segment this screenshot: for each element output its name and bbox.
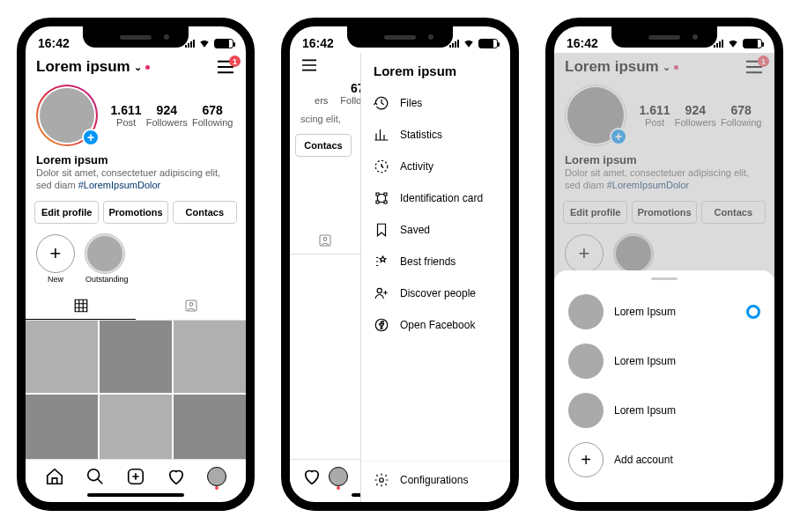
new-post-icon[interactable] xyxy=(126,467,145,486)
add-account-item[interactable]: + Add account xyxy=(554,435,774,484)
bookmark-icon xyxy=(374,222,389,238)
nav-profile-avatar[interactable] xyxy=(329,467,348,486)
highlight-new[interactable]: + New xyxy=(36,234,75,284)
home-indicator[interactable] xyxy=(87,493,184,497)
phone-profile: 16:42 Lorem ipsum ⌄ 1 + xyxy=(17,18,255,511)
account-avatar xyxy=(568,393,604,428)
contacts-button[interactable]: Contacs xyxy=(173,201,237,224)
post-thumbnail[interactable] xyxy=(100,321,172,393)
history-icon xyxy=(374,95,389,111)
drawer-item-activity[interactable]: Activity xyxy=(361,151,510,182)
highlight-outstanding[interactable]: Outstanding xyxy=(85,234,129,284)
followers-label-partial: ers xyxy=(311,95,331,106)
promotions-button[interactable]: Promotions xyxy=(103,201,167,224)
drawer-label: Saved xyxy=(400,224,430,236)
home-icon[interactable] xyxy=(45,467,64,486)
drawer-title: Lorem ipsum xyxy=(361,53,510,87)
bio-text: Dolor sit amet, consectetuer adipiscing … xyxy=(36,166,235,192)
add-story-badge[interactable]: + xyxy=(82,129,100,146)
facebook-icon xyxy=(374,317,389,333)
tagged-icon xyxy=(317,233,333,248)
battery-icon xyxy=(214,39,233,48)
menu-icon[interactable] xyxy=(300,58,318,72)
stat-following[interactable]: 678 Following xyxy=(192,103,233,128)
search-icon[interactable] xyxy=(85,467,105,486)
status-time: 16:42 xyxy=(38,36,70,50)
tagged-icon xyxy=(183,298,199,314)
grid-icon xyxy=(73,298,89,314)
account-name: Lorem Ipsum xyxy=(614,404,760,417)
idcard-icon xyxy=(374,190,389,206)
svg-point-7 xyxy=(377,288,381,292)
drawer-item-facebook[interactable]: Open Facebook xyxy=(361,309,510,341)
drawer-label: Activity xyxy=(400,160,433,173)
notification-dot xyxy=(337,486,340,490)
menu-button[interactable]: 1 xyxy=(216,59,235,75)
contacts-button[interactable]: Contacs xyxy=(295,134,352,157)
followers-label: Followers xyxy=(146,117,188,128)
post-thumbnail[interactable] xyxy=(100,395,172,467)
plus-icon: + xyxy=(568,442,604,477)
following-label: Following xyxy=(192,117,233,128)
drawer-label: Statistics xyxy=(400,129,442,141)
wifi-icon xyxy=(727,37,739,49)
account-item[interactable]: Lorem Ipsum xyxy=(554,287,774,336)
tab-tagged[interactable] xyxy=(136,292,246,320)
tab-tagged[interactable] xyxy=(290,227,360,254)
plus-icon: + xyxy=(36,234,75,273)
heart-icon[interactable] xyxy=(302,467,322,486)
wifi-icon xyxy=(463,37,475,49)
posts-count: 1.611 xyxy=(111,103,142,117)
account-item[interactable]: Lorem Ipsum xyxy=(554,336,774,386)
stat-posts[interactable]: 1.611 Post xyxy=(111,103,142,128)
svg-point-2 xyxy=(88,469,100,481)
stat-followers-partial: 924 ers xyxy=(311,81,331,106)
account-avatar xyxy=(568,294,604,329)
username-dropdown[interactable]: Lorem ipsum ⌄ xyxy=(36,58,150,76)
svg-point-9 xyxy=(380,478,384,483)
post-thumbnail[interactable] xyxy=(174,321,246,393)
drawer-item-idcard[interactable]: Identification card xyxy=(361,182,510,214)
gear-icon xyxy=(374,472,389,488)
status-time: 16:42 xyxy=(567,36,598,50)
username-label: Lorem ipsum xyxy=(36,58,130,76)
profile-avatar[interactable]: + xyxy=(36,85,98,146)
account-name: Lorem Ipsum xyxy=(614,355,760,367)
profile-header: Lorem ipsum ⌄ 1 xyxy=(26,53,246,79)
post-thumbnail[interactable] xyxy=(26,395,98,467)
drawer-label: Files xyxy=(400,97,422,109)
phone-notch xyxy=(83,26,189,48)
tab-grid[interactable] xyxy=(26,292,136,320)
posts-label: Post xyxy=(111,117,142,128)
stat-followers[interactable]: 924 Followers xyxy=(146,103,188,128)
drawer-label: Configurations xyxy=(400,474,468,486)
drawer-item-bestfriends[interactable]: Best friends xyxy=(361,246,510,277)
bottom-nav xyxy=(26,459,246,493)
account-item[interactable]: Lorem Ipsum xyxy=(554,386,774,435)
drawer-item-configurations[interactable]: Configurations xyxy=(361,461,510,502)
drawer-item-statistics[interactable]: Statistics xyxy=(361,119,510,151)
following-count: 678 xyxy=(192,103,233,117)
activity-icon xyxy=(374,159,389,174)
drawer-item-discover[interactable]: Discover people xyxy=(361,277,510,309)
heart-icon[interactable] xyxy=(167,467,186,486)
stat-following[interactable]: 678 Following xyxy=(340,81,360,106)
post-thumbnail[interactable] xyxy=(174,395,246,467)
post-thumbnail[interactable] xyxy=(26,321,98,393)
followers-count: 924 xyxy=(146,103,188,117)
battery-icon xyxy=(478,39,498,48)
stats-icon xyxy=(374,127,389,143)
svg-point-1 xyxy=(189,303,193,307)
drawer-label: Discover people xyxy=(400,287,476,299)
nav-profile-avatar[interactable] xyxy=(207,467,226,486)
bio-hashtag[interactable]: #LoremIpsumDolor xyxy=(78,180,161,190)
bestfriends-icon xyxy=(374,254,389,270)
sheet-handle[interactable] xyxy=(651,277,678,280)
phone-notch xyxy=(611,26,717,48)
drawer-item-saved[interactable]: Saved xyxy=(361,214,510,246)
drawer-item-files[interactable]: Files xyxy=(361,87,510,119)
radio-selected-icon xyxy=(746,305,760,319)
side-drawer: Lorem ipsum Files Statistics Activity Id… xyxy=(360,53,510,502)
edit-profile-button[interactable]: Edit profile xyxy=(34,201,99,224)
battery-icon xyxy=(743,39,762,48)
